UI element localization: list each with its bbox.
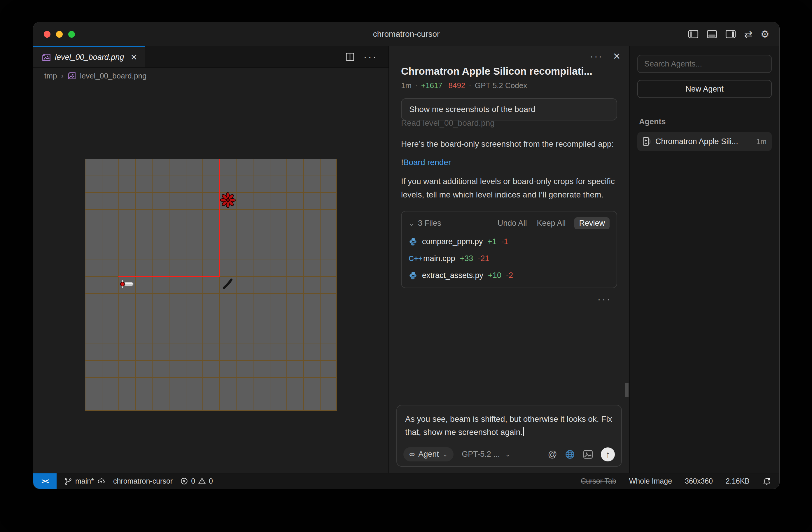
notifications-bell-icon[interactable] xyxy=(763,477,771,486)
new-agent-button[interactable]: New Agent xyxy=(637,80,772,98)
breadcrumb-folder[interactable]: tmp xyxy=(44,71,57,81)
tab-bar: level_00_board.png ✕ ··· xyxy=(33,46,389,68)
titlebar: chromatron-cursor ⇄ ⚙ xyxy=(33,22,779,46)
breadcrumb: tmp › level_00_board.png xyxy=(33,68,389,84)
message-more-icon[interactable]: ··· xyxy=(401,294,617,304)
image-preview-viewport xyxy=(33,84,389,473)
send-button[interactable]: ↑ xyxy=(601,447,615,461)
agent-list-item[interactable]: Chromatron Apple Sili... 1m xyxy=(637,132,772,151)
toggle-right-panel-icon[interactable] xyxy=(725,30,736,39)
python-icon xyxy=(409,238,417,246)
warnings-count: 0 xyxy=(209,477,213,485)
meta-dot: · xyxy=(469,81,471,90)
chat-meta-additions: +1617 xyxy=(421,81,443,90)
image-attach-icon[interactable] xyxy=(583,450,593,459)
main-area: level_00_board.png ✕ ··· tmp › level_00_… xyxy=(33,46,779,473)
file-additions: +10 xyxy=(488,271,502,280)
status-bar: >< main* chromatron-cursor 0 0 Cursor Ta… xyxy=(33,473,779,489)
titlebar-actions: ⇄ ⚙ xyxy=(688,29,779,39)
user-message-quote: Show me screenshots of the board xyxy=(401,98,617,120)
board-render-link[interactable]: Board render xyxy=(403,158,451,167)
breadcrumb-file[interactable]: level_00_board.png xyxy=(80,71,146,81)
image-size-status: 2.16KB xyxy=(726,477,750,485)
composer-toolbar: ∞ Agent ⌄ GPT-5.2 ... ⌄ @ ↑ xyxy=(403,447,615,461)
chat-meta-deletions: -8492 xyxy=(446,81,465,90)
file-row[interactable]: compare_ppm.py +1 -1 xyxy=(409,237,610,246)
problems-status[interactable]: 0 0 xyxy=(180,477,213,485)
chat-title: Chromatron Apple Silicon recompilati... xyxy=(401,65,617,77)
agent-chat-panel: ··· ✕ Chromatron Apple Silicon recompila… xyxy=(389,46,629,473)
agent-name: Chromatron Apple Sili... xyxy=(655,137,752,146)
file-row[interactable]: extract_assets.py +10 -2 xyxy=(409,271,610,280)
text-caret xyxy=(523,427,524,436)
undo-all-button[interactable]: Undo All xyxy=(497,219,527,228)
composer-input[interactable]: As you see, beam is shifted, but otherwi… xyxy=(405,413,613,438)
tab-close-icon[interactable]: ✕ xyxy=(130,53,137,62)
project-name-status[interactable]: chromatron-cursor xyxy=(113,477,173,485)
warnings-icon xyxy=(198,477,206,485)
tool-call-read-line: Read level_00_board.png xyxy=(401,120,617,130)
image-file-icon xyxy=(68,72,76,80)
chat-meta: 1m · +1617 -8492 · GPT-5.2 Codex xyxy=(401,81,617,90)
files-count-label: 3 Files xyxy=(418,219,441,228)
layout-switch-icon[interactable]: ⇄ xyxy=(744,29,753,39)
breadcrumb-separator-icon: › xyxy=(61,71,63,81)
file-additions: +1 xyxy=(488,237,497,246)
window-title: chromatron-cursor xyxy=(33,29,779,39)
chat-panel-actions: ··· ✕ xyxy=(590,51,621,62)
agents-section-label: Agents xyxy=(637,117,772,126)
model-selector[interactable]: GPT-5.2 ... ⌄ xyxy=(462,450,510,459)
python-icon xyxy=(409,271,417,280)
mirror-piece xyxy=(222,278,234,291)
chat-close-icon[interactable]: ✕ xyxy=(613,51,621,62)
link-prefix: ! xyxy=(401,158,403,167)
cursor-tab-status[interactable]: Cursor Tab xyxy=(581,477,616,485)
diff-file-icon xyxy=(642,137,651,146)
agent-mode-label: Agent xyxy=(418,450,439,459)
file-deletions: -1 xyxy=(501,237,508,246)
remote-indicator[interactable]: >< xyxy=(33,473,57,489)
git-branch-icon xyxy=(64,477,72,485)
chat-meta-model: GPT-5.2 Codex xyxy=(475,81,527,90)
cloud-upload-icon[interactable] xyxy=(97,477,105,485)
composer[interactable]: As you see, beam is shifted, but otherwi… xyxy=(396,405,622,467)
file-deletions: -21 xyxy=(478,254,489,263)
laser-emitter xyxy=(119,279,135,290)
laser-beam-vertical xyxy=(219,159,220,277)
changed-files-panel: ⌄ 3 Files Undo All Keep All Review compa… xyxy=(401,211,617,288)
meta-dot: · xyxy=(415,81,418,90)
tab-level-00-board[interactable]: level_00_board.png ✕ xyxy=(33,46,145,67)
chevron-down-icon: ⌄ xyxy=(505,451,510,458)
composer-icons: @ ↑ xyxy=(548,447,615,461)
chevron-down-icon[interactable]: ⌄ xyxy=(409,219,415,228)
mention-icon[interactable]: @ xyxy=(548,449,557,460)
chat-more-icon[interactable]: ··· xyxy=(590,52,603,61)
chat-scrollbar-thumb[interactable] xyxy=(625,383,628,397)
settings-gear-icon[interactable]: ⚙ xyxy=(761,29,769,39)
infinity-icon: ∞ xyxy=(409,450,415,459)
image-mode-status[interactable]: Whole Image xyxy=(629,477,672,485)
file-row[interactable]: C++ main.cpp +33 -21 xyxy=(409,254,610,263)
toggle-bottom-panel-icon[interactable] xyxy=(707,30,717,39)
agent-mode-selector[interactable]: ∞ Agent ⌄ xyxy=(403,447,453,461)
git-branch-status[interactable]: main* xyxy=(64,477,105,485)
search-agents-input[interactable] xyxy=(637,55,772,73)
errors-count: 0 xyxy=(191,477,195,485)
assistant-paragraph: Here’s the board-only screenshot from th… xyxy=(401,138,617,151)
branch-name: main* xyxy=(75,477,94,485)
globe-icon[interactable] xyxy=(565,449,575,460)
tab-label: level_00_board.png xyxy=(55,53,124,62)
toggle-left-panel-icon[interactable] xyxy=(688,30,698,39)
file-name: compare_ppm.py xyxy=(422,237,483,246)
editor-more-icon[interactable]: ··· xyxy=(363,52,377,62)
app-window: chromatron-cursor ⇄ ⚙ level_00_board.png… xyxy=(33,22,779,489)
board-render-linkline: !Board render xyxy=(401,158,617,167)
file-additions: +33 xyxy=(460,254,473,263)
board-image xyxy=(85,159,337,411)
split-editor-icon[interactable] xyxy=(345,52,355,61)
file-name: main.cpp xyxy=(423,254,455,263)
chat-meta-time: 1m xyxy=(401,81,411,90)
chevron-down-icon: ⌄ xyxy=(443,451,448,458)
keep-all-button[interactable]: Keep All xyxy=(537,219,566,228)
review-button[interactable]: Review xyxy=(574,217,610,229)
